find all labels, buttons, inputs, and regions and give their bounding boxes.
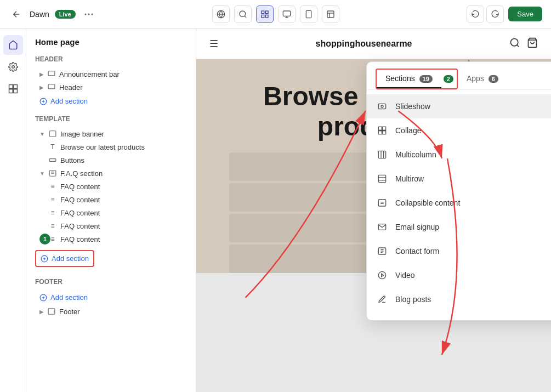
panel-apps-icon[interactable]	[3, 79, 23, 99]
layout-button[interactable]	[322, 5, 339, 23]
svg-rect-8	[265, 11, 268, 14]
panel-settings-icon[interactable]	[3, 57, 23, 77]
badge-1: 1	[39, 234, 50, 245]
svg-rect-46	[378, 127, 382, 130]
hamburger-icon: ☰	[209, 38, 218, 50]
browse-label: Browse our latest products	[60, 143, 145, 151]
svg-rect-20	[9, 85, 13, 89]
faq-4-icon: ≡	[48, 221, 57, 230]
sidebar-item-faq-5[interactable]: ≡ FAQ content 1	[35, 232, 187, 246]
svg-rect-47	[383, 127, 386, 130]
svg-point-45	[381, 105, 383, 107]
svg-rect-53	[378, 175, 385, 182]
svg-point-0	[84, 13, 86, 15]
svg-rect-50	[378, 151, 385, 158]
undo-redo-group	[467, 5, 504, 23]
sidebar-item-faq-3[interactable]: ≡ FAQ content	[35, 206, 187, 219]
add-section-header-label: Add section	[50, 97, 88, 105]
section-item-video[interactable]: Video	[367, 263, 551, 287]
search-button[interactable]	[234, 5, 252, 23]
undo-button[interactable]	[467, 5, 484, 23]
svg-point-41	[511, 38, 518, 46]
faq-section-label: F.A.Q section	[60, 169, 103, 178]
panel-home-icon[interactable]	[3, 35, 23, 55]
sidebar-item-footer[interactable]: ▶ Footer	[35, 305, 187, 318]
sidebar-item-faq-2[interactable]: ≡ FAQ content	[35, 193, 187, 206]
page-title: Home page	[35, 37, 187, 47]
sidebar-item-faq-1[interactable]: ≡ FAQ content	[35, 180, 187, 193]
main-area: Home page Header ▶ Announcement bar ▶ He…	[0, 29, 551, 392]
dropdown-panel: Sections 19 2 Apps 6 Slideshow	[366, 61, 551, 321]
sections-tab[interactable]: Sections 19	[377, 70, 441, 88]
save-button[interactable]: Save	[508, 7, 542, 21]
svg-line-6	[245, 16, 246, 18]
slideshow-label: Slideshow	[395, 102, 430, 111]
redo-button[interactable]	[486, 5, 504, 23]
banner-icon	[48, 129, 57, 138]
add-section-footer-label: Add section	[50, 293, 88, 302]
sidebar-item-header[interactable]: ▶ Header	[35, 81, 187, 94]
sidebar-item-image-banner[interactable]: ▼ Image banner	[35, 127, 187, 140]
globe-button[interactable]	[212, 5, 230, 23]
mobile-button[interactable]	[300, 5, 317, 23]
store-name-preview: shoppinghousenearme	[315, 39, 412, 49]
store-preview-header: ☰ shoppinghousenearme	[196, 29, 551, 59]
svg-rect-9	[262, 15, 264, 18]
svg-rect-22	[9, 89, 13, 93]
more-button[interactable]	[81, 7, 96, 22]
sidebar-item-browse[interactable]: T Browse our latest products	[35, 140, 187, 154]
apps-tab[interactable]: Apps 6	[458, 70, 507, 88]
email-icon	[376, 220, 389, 234]
footer-section-label: Footer	[35, 278, 187, 286]
multirow-icon	[376, 172, 389, 185]
svg-rect-7	[262, 11, 264, 14]
back-button[interactable]	[9, 7, 24, 22]
faq-2-label: FAQ content	[60, 196, 100, 204]
svg-rect-30	[49, 159, 56, 162]
announcement-icon	[47, 70, 56, 78]
multirow-label: Multirow	[395, 174, 424, 183]
text-icon: T	[48, 143, 57, 151]
add-section-main-button[interactable]: Add section	[36, 251, 93, 266]
svg-rect-48	[378, 131, 382, 134]
sidebar-item-faq-section[interactable]: ▼ F.A.Q section	[35, 167, 187, 180]
svg-marker-64	[382, 274, 384, 276]
desktop-button[interactable]	[278, 5, 296, 23]
footer-icon	[47, 307, 56, 316]
svg-rect-40	[48, 309, 55, 315]
announcement-label: Announcement bar	[59, 70, 120, 78]
section-item-multicolumn[interactable]: Multicolumn	[367, 143, 551, 167]
grid-button[interactable]	[256, 5, 274, 23]
topbar: Dawn Live	[0, 0, 551, 29]
video-icon	[376, 269, 389, 282]
svg-point-63	[378, 271, 385, 279]
section-item-slideshow[interactable]: Slideshow	[367, 94, 551, 118]
section-item-contact[interactable]: Contact form	[367, 239, 551, 263]
contact-label: Contact form	[395, 247, 439, 255]
section-item-blog[interactable]: Blog posts	[367, 287, 551, 311]
topbar-left: Dawn Live	[9, 7, 206, 22]
svg-rect-56	[378, 200, 385, 206]
add-section-footer-button[interactable]: Add section	[35, 290, 187, 305]
sidebar: Home page Header ▶ Announcement bar ▶ He…	[26, 29, 196, 392]
faq-1-label: FAQ content	[60, 183, 100, 191]
topbar-center	[212, 5, 339, 23]
sections-count-badge: 19	[419, 75, 433, 83]
section-item-email[interactable]: Email signup	[367, 215, 551, 239]
section-item-multirow[interactable]: Multirow	[367, 167, 551, 191]
slideshow-icon	[376, 100, 389, 113]
apps-tab-label: Apps	[467, 74, 484, 83]
sidebar-item-faq-4[interactable]: ≡ FAQ content	[35, 219, 187, 232]
sidebar-item-announcement[interactable]: ▶ Announcement bar	[35, 67, 187, 81]
liquid-label: Custom Liquid	[395, 319, 445, 320]
collage-icon	[376, 124, 389, 137]
section-item-collage[interactable]: Collage	[367, 118, 551, 143]
add-section-header-button[interactable]: Add section	[35, 94, 187, 109]
toggle-icon: ▶	[39, 71, 44, 77]
template-section-label: Template	[35, 115, 187, 123]
section-item-liquid[interactable]: Custom Liquid	[367, 311, 551, 320]
sidebar-item-buttons[interactable]: Buttons	[35, 154, 187, 167]
section-item-collapsible[interactable]: Collapsible content	[367, 191, 551, 215]
sections-badge-2: 2	[444, 75, 453, 83]
video-label: Video	[395, 271, 415, 280]
